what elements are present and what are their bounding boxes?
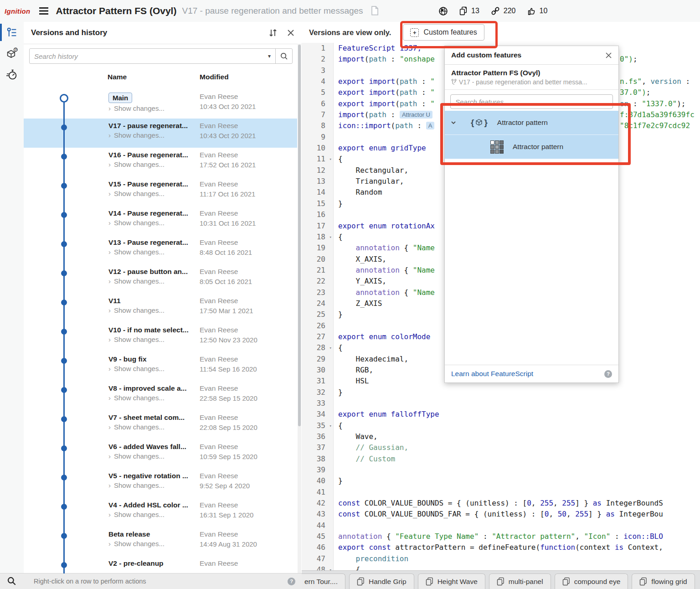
code-line: 43const COLOR_VALUE_BOUNDS_FAR = { (unit… — [302, 509, 700, 520]
version-row[interactable]: V17 - pause regenerat...Show changes...E… — [24, 119, 297, 148]
popup-close-icon[interactable] — [605, 52, 612, 59]
line-number: 16 — [302, 209, 334, 220]
line-number: 8 — [302, 120, 334, 131]
line-number: 23 — [302, 287, 334, 298]
version-row[interactable]: V16 - Pause regenerat...Show changes...E… — [24, 148, 297, 177]
history-search-input[interactable] — [30, 49, 263, 63]
line-number: 11 — [302, 154, 334, 165]
part-studio-tab-icon — [426, 577, 433, 586]
line-number: 31 — [302, 376, 334, 387]
close-panel-icon[interactable] — [287, 29, 294, 36]
version-meta-cell: Evan Reese12:50 Nov 23 2020 — [200, 326, 295, 344]
line-number: 27 — [302, 331, 334, 342]
version-row[interactable]: V11Show changes...Evan Reese17:50 Mar 1 … — [24, 294, 297, 323]
show-changes-link[interactable]: Show changes... — [108, 131, 197, 139]
public-globe-icon[interactable] — [438, 6, 448, 16]
version-meta-cell: Evan Reese22:58 Sep 15 2020 — [200, 384, 295, 402]
feature-row[interactable]: Attractor pattern — [445, 135, 618, 159]
search-submit-button[interactable] — [275, 49, 292, 63]
show-changes-link[interactable]: Show changes... — [108, 452, 197, 460]
search-dropdown-caret[interactable] — [263, 49, 275, 63]
compare-versions-icon[interactable] — [268, 28, 278, 38]
version-author: Evan Reese — [200, 209, 295, 217]
show-changes-link[interactable]: Show changes... — [108, 423, 197, 431]
feature-search-input[interactable] — [451, 95, 612, 108]
show-changes-link[interactable]: Show changes... — [108, 365, 197, 372]
document-page-icon[interactable] — [370, 5, 380, 16]
code-text: annotation { "Feature Type Name" : "Attr… — [338, 532, 663, 541]
version-meta-cell: Evan Reese17:52 Oct 16 2021 — [200, 151, 295, 169]
version-row[interactable]: V6 - added Waves fall...Show changes...E… — [24, 439, 297, 469]
feature-studio-tab[interactable]: Handle Grip — [349, 574, 414, 589]
code-text: { — [338, 155, 343, 163]
view-only-label: Versions are view only. — [309, 28, 391, 37]
feature-row[interactable]: {}Attractor pattern — [445, 111, 618, 135]
version-row[interactable]: V14 - Pause regenerat...Show changes...E… — [24, 206, 297, 235]
show-changes-link[interactable]: Show changes... — [108, 190, 197, 197]
version-row[interactable]: V12 - pause button an...Show changes...E… — [24, 264, 297, 294]
ignition-logo[interactable]: Ignition — [5, 7, 31, 15]
show-changes-link[interactable]: Show changes... — [108, 219, 197, 227]
sidebar-item-performance-timer[interactable] — [0, 64, 24, 85]
feature-studio-tab[interactable]: multi-panel — [489, 574, 551, 589]
version-row[interactable]: V5 - negative rotation ...Show changes..… — [24, 469, 297, 498]
version-row[interactable]: V4 - Added HSL color ...Show changes...E… — [24, 498, 297, 527]
version-row[interactable]: V2 - pre-cleanupEvan Reese — [24, 556, 297, 574]
version-meta-cell: Evan Reese8:48 Oct 16 2021 — [200, 238, 295, 256]
feature-studio-tab[interactable]: ern Tour.... — [302, 574, 345, 589]
version-row[interactable]: MainShow changes...Evan Reese10:43 Oct 2… — [24, 89, 297, 119]
version-name-cell: V2 - pre-cleanup — [108, 559, 197, 568]
links-counter[interactable]: 220 — [490, 6, 516, 16]
learn-featurescript-link[interactable]: Learn about FeatureScript — [451, 370, 604, 378]
show-changes-link[interactable]: Show changes... — [108, 160, 197, 168]
show-changes-link[interactable]: Show changes... — [108, 336, 197, 343]
scrollbar-thumb[interactable] — [298, 45, 301, 426]
version-meta-cell: Evan Reese10:43 Oct 20 2021 — [200, 93, 295, 110]
show-changes-link[interactable]: Show changes... — [108, 306, 197, 314]
feature-studio-tab-bar: ern Tour....Handle GripHeight Wavemulti-… — [302, 570, 700, 589]
version-name: Main — [108, 93, 132, 103]
rail-search-button[interactable] — [0, 573, 24, 589]
feature-studio-tab[interactable]: Height Wave — [418, 574, 485, 589]
version-row[interactable]: V15 - Pause regenerat...Show changes...E… — [24, 177, 297, 206]
line-number: 45 — [302, 531, 334, 542]
likes-counter[interactable]: 10 — [527, 6, 548, 16]
version-row[interactable]: V10 - if no mate select...Show changes..… — [24, 323, 297, 352]
show-changes-link[interactable]: Show changes... — [108, 481, 197, 489]
version-name-cell: V15 - Pause regenerat...Show changes... — [108, 180, 197, 197]
show-changes-link[interactable]: Show changes... — [108, 540, 197, 548]
show-changes-link[interactable]: Show changes... — [108, 104, 197, 112]
show-changes-link[interactable]: Show changes... — [108, 511, 197, 518]
version-row[interactable]: V9 - bug fixShow changes...Evan Reese11:… — [24, 352, 297, 381]
version-name-cell: MainShow changes... — [108, 93, 197, 112]
show-changes-link[interactable]: Show changes... — [108, 248, 197, 256]
line-number: 3 — [302, 65, 334, 76]
sidebar-item-versions-history[interactable] — [0, 22, 24, 43]
copies-counter[interactable]: 13 — [459, 6, 479, 16]
expand-chevron-icon[interactable] — [450, 119, 457, 126]
show-changes-link[interactable]: Show changes... — [108, 394, 197, 402]
line-number: 20 — [302, 254, 334, 265]
line-number: 7 — [302, 109, 334, 120]
version-name: V15 - Pause regenerat... — [108, 180, 197, 188]
version-row[interactable]: V13 - Pause regenerat...Show changes...E… — [24, 235, 297, 264]
version-author: Evan Reese — [200, 355, 295, 363]
code-text: export import(path : " — [338, 88, 435, 97]
version-row[interactable]: V8 - improved scale a...Show changes...E… — [24, 381, 297, 410]
stopwatch-icon — [6, 68, 18, 81]
sidebar-item-featurescript-help[interactable]: ? — [0, 43, 24, 64]
status-help-icon[interactable] — [288, 578, 295, 585]
timeline-node — [61, 270, 67, 276]
version-row[interactable]: Beta releaseShow changes...Evan Reese14:… — [24, 527, 297, 556]
custom-features-button[interactable]: Custom features — [403, 24, 484, 41]
popup-help-icon[interactable] — [604, 370, 612, 378]
hamburger-menu-icon[interactable] — [39, 7, 49, 15]
version-row[interactable]: V7 - sheet metal com...Show changes...Ev… — [24, 410, 297, 439]
feature-studio-tab[interactable]: compound eye — [555, 574, 628, 589]
code-text: const COLOR_VALUE_BOUNDS = { (unitless) … — [338, 499, 663, 507]
version-timestamp: 16:31 Sep 1 2020 — [200, 511, 295, 519]
show-changes-link[interactable]: Show changes... — [108, 277, 197, 285]
version-meta-cell: Evan Reese10:31 Oct 16 2021 — [200, 209, 295, 227]
feature-studio-tab[interactable]: flowing grid — [632, 574, 695, 589]
code-text: Rectangular, — [338, 166, 408, 175]
